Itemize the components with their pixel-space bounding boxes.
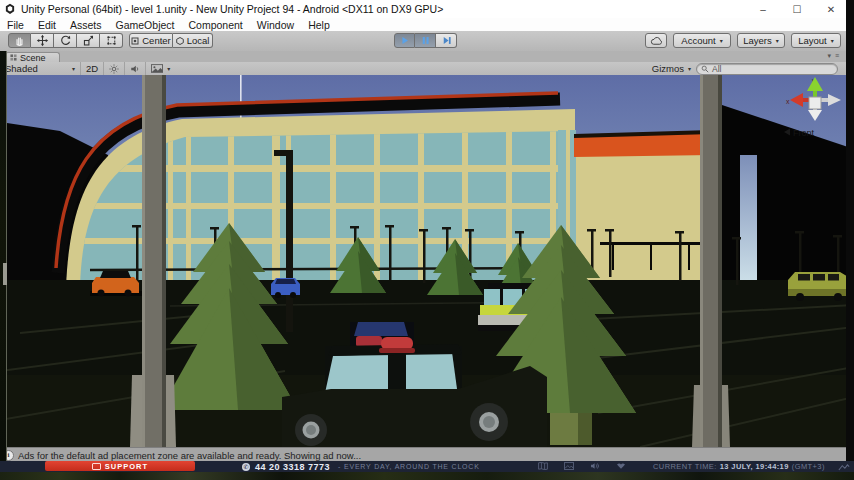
scene-view-toolbar: Shaded ▾ 2D ▾ Gizmos ▾ All <box>0 62 848 76</box>
layout-label: Layout <box>798 35 827 46</box>
menu-help[interactable]: Help <box>301 19 337 31</box>
bird-icon[interactable] <box>616 462 626 470</box>
account-label: Account <box>681 35 715 46</box>
layers-dropdown[interactable]: Layers ▾ <box>737 33 785 48</box>
title-bar: Unity Personal (64bit) - level 1.unity -… <box>0 0 848 18</box>
car-blue <box>271 278 300 298</box>
scale-tool-button[interactable] <box>77 33 100 48</box>
account-dropdown[interactable]: Account ▾ <box>673 33 731 48</box>
background-window-left-edge <box>0 51 7 461</box>
step-button[interactable] <box>436 33 457 48</box>
move-tool-button[interactable] <box>31 33 54 48</box>
pivot-local-icon <box>176 37 184 45</box>
window-title: Unity Personal (64bit) - level 1.unity -… <box>21 3 443 15</box>
support-button[interactable]: SUPPORT <box>45 461 195 471</box>
support-tagline: - EVERY DAY, AROUND THE CLOCK <box>338 463 480 470</box>
maximize-button[interactable]: ☐ <box>780 0 814 18</box>
panel-menu-icon[interactable]: ▾ ≡ <box>827 52 840 60</box>
menu-window[interactable]: Window <box>250 19 301 31</box>
layout-dropdown-arrow: ▾ <box>831 37 834 44</box>
menu-edit[interactable]: Edit <box>31 19 63 31</box>
toggle-2d-button[interactable]: 2D <box>81 62 104 75</box>
play-icon <box>399 35 410 46</box>
play-button[interactable] <box>394 33 415 48</box>
gizmo-front-label: Front <box>793 128 815 138</box>
status-message: Ads for the default ad placement zone ar… <box>18 450 361 461</box>
step-icon <box>441 35 452 46</box>
pivot-center-button[interactable]: Center <box>129 33 173 48</box>
layers-label: Layers <box>743 35 772 46</box>
audio-speaker-icon <box>130 64 140 74</box>
map-book-icon[interactable] <box>538 462 548 470</box>
menu-component[interactable]: Component <box>181 19 249 31</box>
scene-effects-dropdown[interactable]: ▾ <box>146 62 175 75</box>
tab-scene[interactable]: Scene <box>5 52 60 62</box>
pause-button[interactable] <box>415 33 436 48</box>
menu-bar: File Edit Assets GameObject Component Wi… <box>0 18 848 32</box>
menu-gameobject[interactable]: GameObject <box>109 19 182 31</box>
scene-tab-icon <box>10 54 17 61</box>
gizmos-label: Gizmos <box>652 63 684 74</box>
scene-3d-render: y x Front <box>0 75 854 447</box>
building-stadium <box>56 93 576 290</box>
main-toolbar: Center Local Account ▾ Layers ▾ Layout <box>0 31 848 52</box>
pause-icon <box>420 35 431 46</box>
photos-icon[interactable] <box>564 462 574 470</box>
scene-search-input[interactable]: All <box>696 63 838 75</box>
scene-tab-label: Scene <box>20 53 46 63</box>
background-game-strip: SUPPORT ✆ 44 20 3318 7773 - EVERY DAY, A… <box>0 461 854 472</box>
layers-dropdown-arrow: ▾ <box>776 37 779 44</box>
rect-tool-icon <box>105 34 118 47</box>
lighting-sun-icon <box>109 64 119 74</box>
pivot-local-label: Local <box>187 35 210 46</box>
expand-arrows-icon[interactable] <box>838 463 850 471</box>
current-time: CURRENT TIME: 13 JULY, 19:44:19 (GMT+3) <box>653 461 825 472</box>
time-zone: (GMT+3) <box>792 462 825 471</box>
unity-logo-icon <box>4 3 16 15</box>
gizmos-dropdown-arrow: ▾ <box>688 65 691 72</box>
phone-number: 44 20 3318 7773 <box>255 462 330 472</box>
menu-assets[interactable]: Assets <box>63 19 109 31</box>
move-tool-icon <box>36 34 49 47</box>
status-bar[interactable]: i Ads for the default ad placement zone … <box>0 447 846 462</box>
gizmos-dropdown[interactable]: Gizmos ▾ <box>647 62 696 75</box>
account-dropdown-arrow: ▾ <box>720 37 723 44</box>
scene-viewport[interactable]: y x Front <box>0 75 854 447</box>
shading-mode-label: Shaded <box>5 63 38 74</box>
close-button[interactable]: ✕ <box>814 0 848 18</box>
cloud-icon <box>650 36 663 46</box>
sound-icon[interactable] <box>590 462 600 470</box>
time-value: 13 JULY, 19:44:19 <box>720 462 789 471</box>
unity-editor-window: Unity Personal (64bit) - level 1.unity -… <box>0 0 854 480</box>
rect-tool-button[interactable] <box>100 33 123 48</box>
search-icon <box>701 65 709 73</box>
rotate-tool-button[interactable] <box>54 33 77 48</box>
pivot-center-icon <box>131 37 139 45</box>
cloud-services-button[interactable] <box>645 33 667 48</box>
background-window-right-edge <box>846 0 854 461</box>
time-label: CURRENT TIME: <box>653 462 717 471</box>
gizmo-x-label: x <box>786 98 790 105</box>
shading-dropdown-arrow: ▾ <box>72 65 75 72</box>
support-label: SUPPORT <box>105 462 148 471</box>
support-chat-icon <box>92 463 101 470</box>
pivot-center-label: Center <box>142 35 171 46</box>
menu-file[interactable]: File <box>0 19 31 31</box>
toggle-2d-label: 2D <box>86 63 98 74</box>
background-photo-strip <box>0 472 854 480</box>
search-filter-label: All <box>712 64 721 74</box>
shading-mode-dropdown[interactable]: Shaded ▾ <box>0 62 81 75</box>
layout-dropdown[interactable]: Layout ▾ <box>791 33 841 48</box>
pivot-local-button[interactable]: Local <box>173 33 213 48</box>
scene-lighting-toggle[interactable] <box>104 62 125 75</box>
scrollbar-handle[interactable] <box>3 263 7 285</box>
rotate-tool-icon <box>59 34 72 47</box>
minimize-button[interactable]: – <box>746 0 780 18</box>
phone-icon: ✆ <box>242 463 250 471</box>
scene-audio-toggle[interactable] <box>125 62 146 75</box>
hand-tool-icon <box>13 34 26 47</box>
scale-tool-icon <box>82 34 95 47</box>
effects-dropdown-arrow: ▾ <box>167 65 170 72</box>
effects-image-icon <box>151 64 163 73</box>
hand-tool-button[interactable] <box>8 33 31 48</box>
